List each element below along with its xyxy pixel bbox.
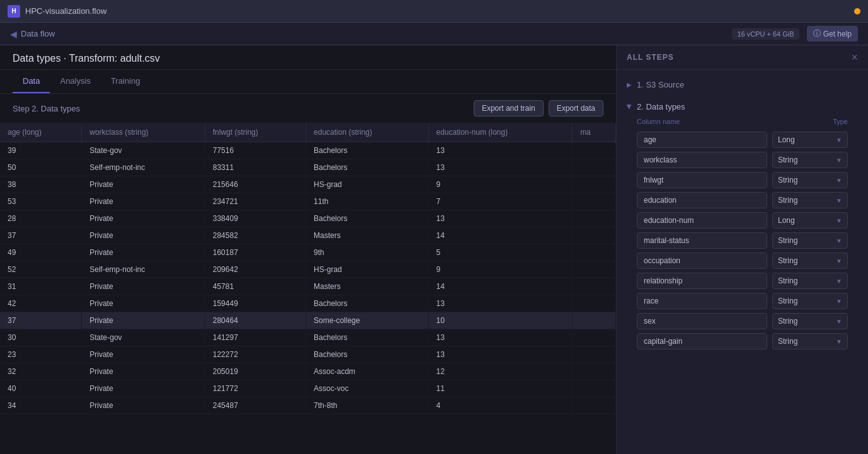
data-table-container[interactable]: age (long)workclass (string)fnlwgt (stri… [0, 123, 616, 454]
step-1-label: 1. S3 Source [637, 80, 684, 89]
column-type-dropdown[interactable]: String▼ [772, 253, 848, 269]
dropdown-arrow-icon: ▼ [836, 177, 842, 184]
table-cell: 34 [0, 397, 82, 414]
export-data-button[interactable]: Export data [549, 100, 603, 116]
table-column-header: age (long) [0, 123, 82, 142]
table-cell: Private [82, 278, 205, 295]
table-cell [573, 142, 616, 159]
table-cell: 53 [0, 193, 82, 210]
step-2[interactable]: ▶ 2. Data types Column name Type ageLong… [617, 94, 868, 363]
export-train-button[interactable]: Export and train [474, 100, 544, 116]
table-cell: 159449 [205, 295, 306, 312]
column-type-dropdown[interactable]: String▼ [772, 172, 848, 188]
table-row: 53Private23472111th7 [0, 193, 616, 210]
step-1[interactable]: ▶ 1. S3 Source [617, 75, 868, 94]
table-cell: Private [82, 397, 205, 414]
column-type-dropdown[interactable]: String▼ [772, 293, 848, 309]
table-cell: 40 [0, 380, 82, 397]
dropdown-arrow-icon: ▼ [836, 137, 842, 144]
column-type-row: educationString▼ [637, 192, 848, 208]
table-cell: Private [82, 380, 205, 397]
table-cell: 77516 [205, 142, 306, 159]
close-icon[interactable]: × [851, 52, 858, 63]
column-type-dropdown[interactable]: String▼ [772, 152, 848, 168]
table-cell: 30 [0, 329, 82, 346]
table-cell: Private [82, 227, 205, 244]
table-cell: 38 [0, 176, 82, 193]
dropdown-arrow-icon: ▼ [836, 278, 842, 285]
table-cell: 205019 [205, 363, 306, 380]
table-row: 38Private215646HS-grad9 [0, 176, 616, 193]
table-cell: 31 [0, 278, 82, 295]
dropdown-arrow-icon: ▼ [836, 318, 842, 325]
toolbar: Step 2. Data types Export and train Expo… [0, 94, 616, 123]
dropdown-arrow-icon: ▼ [836, 217, 842, 224]
column-name-header: Column name [637, 118, 680, 125]
table-header-row: age (long)workclass (string)fnlwgt (stri… [0, 123, 616, 142]
table-cell: Bachelors [306, 159, 428, 176]
column-type-dropdown[interactable]: String▼ [772, 192, 848, 208]
column-name-field: marital-status [637, 232, 767, 249]
tab-data[interactable]: Data [13, 70, 50, 93]
table-cell: 13 [428, 295, 573, 312]
right-panel: ALL STEPS × ▶ 1. S3 Source ▶ 2. Data typ… [616, 45, 868, 454]
column-type-dropdown[interactable]: Long▼ [772, 212, 848, 229]
help-button[interactable]: ⓘ Get help [807, 26, 858, 42]
table-cell: Bachelors [306, 142, 428, 159]
table-cell: 52 [0, 261, 82, 278]
table-cell: State-gov [82, 142, 205, 159]
content-area: Data types · Transform: adult.csv DataAn… [0, 45, 616, 454]
help-icon: ⓘ [813, 28, 821, 39]
resource-badge: 16 vCPU + 64 GiB [732, 28, 799, 40]
table-cell [573, 363, 616, 380]
column-type-dropdown[interactable]: String▼ [772, 273, 848, 289]
title-bar: H HPC-visualization.flow [0, 0, 868, 23]
column-type-row: occupationString▼ [637, 253, 848, 269]
column-type-row: workclassString▼ [637, 152, 848, 168]
page-header: Data types · Transform: adult.csv [0, 45, 616, 70]
table-cell: 13 [428, 142, 573, 159]
table-cell: Private [82, 346, 205, 363]
table-cell: 13 [428, 210, 573, 227]
breadcrumb-parent-link[interactable]: Data flow [21, 29, 55, 38]
table-cell [573, 176, 616, 193]
table-cell: 9th [306, 244, 428, 261]
dropdown-arrow-icon: ▼ [836, 258, 842, 264]
table-cell: 39 [0, 142, 82, 159]
app-logo: H [8, 5, 20, 18]
table-cell: 280464 [205, 312, 306, 329]
column-type-dropdown[interactable]: Long▼ [772, 132, 848, 148]
table-row: 42Private159449Bachelors13 [0, 295, 616, 312]
table-cell: 234721 [205, 193, 306, 210]
table-cell [573, 397, 616, 414]
column-name-field: education-num [637, 212, 767, 229]
col-types-header: Column name Type [637, 114, 848, 129]
table-cell: 83311 [205, 159, 306, 176]
table-cell: Private [82, 176, 205, 193]
column-type-dropdown[interactable]: String▼ [772, 313, 848, 329]
breadcrumb: ◀ Data flow [10, 29, 55, 39]
tab-analysis[interactable]: Analysis [50, 70, 100, 93]
table-cell: 37 [0, 227, 82, 244]
step-2-label: 2. Data types [637, 102, 685, 111]
column-type-dropdown[interactable]: String▼ [772, 333, 848, 349]
panel-header: ALL STEPS × [617, 45, 868, 70]
file-name: HPC-visualization.flow [25, 6, 849, 16]
table-cell: Masters [306, 227, 428, 244]
table-cell: Assoc-voc [306, 380, 428, 397]
table-cell: 11 [428, 380, 573, 397]
table-cell: HS-grad [306, 176, 428, 193]
type-header: Type [833, 118, 848, 125]
panel-title: ALL STEPS [627, 53, 674, 62]
table-cell [573, 261, 616, 278]
table-cell: 45781 [205, 278, 306, 295]
table-column-header: ma [573, 123, 616, 142]
tab-bar: DataAnalysisTraining [0, 70, 616, 94]
column-type-dropdown[interactable]: String▼ [772, 232, 848, 249]
tab-training[interactable]: Training [101, 70, 150, 93]
table-row: 30State-gov141297Bachelors13 [0, 329, 616, 346]
column-name-field: age [637, 132, 767, 148]
table-row: 32Private205019Assoc-acdm12 [0, 363, 616, 380]
table-cell: 7th-8th [306, 397, 428, 414]
column-type-row: relationshipString▼ [637, 273, 848, 289]
